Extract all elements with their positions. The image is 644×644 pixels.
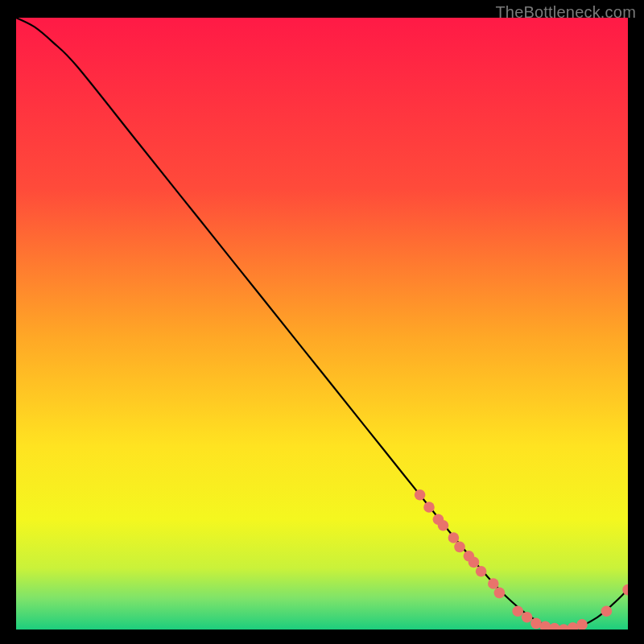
- data-marker: [512, 605, 523, 617]
- data-marker: [601, 605, 613, 617]
- data-marker: [469, 557, 480, 568]
- data-marker: [415, 489, 426, 501]
- data-marker: [476, 566, 487, 577]
- chart-stage: TheBottleneck.com: [0, 0, 644, 644]
- data-marker: [494, 588, 506, 599]
- plot-area: [16, 18, 628, 630]
- data-marker: [423, 502, 435, 513]
- data-marker: [454, 542, 465, 553]
- bottleneck-chart: [16, 18, 628, 630]
- gradient-background: [16, 18, 628, 630]
- data-marker: [522, 612, 533, 623]
- data-marker: [438, 520, 449, 531]
- data-marker: [488, 578, 499, 589]
- data-marker: [448, 532, 460, 543]
